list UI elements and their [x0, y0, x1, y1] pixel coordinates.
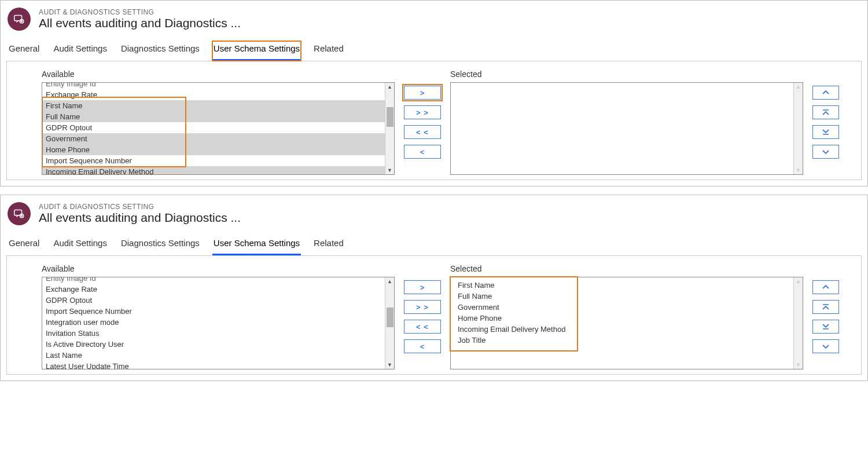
move-down-button[interactable]: [812, 339, 839, 353]
list-item[interactable]: Government: [454, 302, 799, 313]
move-left-button[interactable]: <: [404, 339, 441, 353]
header: AUDIT & DIAGNOSTICS SETTING All events a…: [1, 195, 867, 230]
chevron-up-icon: [822, 283, 830, 291]
move-top-button[interactable]: [812, 300, 839, 314]
chevron-up-bar-icon: [822, 303, 830, 311]
list-item[interactable]: Full Name: [454, 291, 799, 302]
scroll-down-icon[interactable]: ▼: [796, 167, 801, 173]
move-all-right-button[interactable]: > >: [404, 105, 441, 119]
move-all-left-button[interactable]: < <: [404, 320, 441, 334]
header: AUDIT & DIAGNOSTICS SETTING All events a…: [1, 1, 867, 35]
tab-audit-settings[interactable]: Audit Settings: [52, 41, 108, 61]
list-item[interactable]: Invitation Status: [42, 328, 394, 339]
list-item[interactable]: Exchange Rate: [42, 284, 394, 295]
dual-list-area: Available Entity Image Id Exchange Rate …: [6, 255, 862, 375]
list-item[interactable]: Exchange Rate: [42, 89, 394, 100]
list-item[interactable]: Full Name: [42, 111, 394, 122]
move-left-button[interactable]: <: [404, 145, 441, 159]
list-item[interactable]: Is Active Directory User: [42, 339, 394, 350]
list-item[interactable]: Home Phone: [454, 313, 799, 324]
list-item[interactable]: GDPR Optout: [42, 122, 394, 133]
move-top-button[interactable]: [812, 105, 839, 119]
list-item[interactable]: Government: [42, 133, 394, 144]
move-bottom-button[interactable]: [812, 320, 839, 334]
move-bottom-button[interactable]: [812, 125, 839, 139]
scroll-up-icon[interactable]: ▲: [796, 84, 801, 90]
list-item[interactable]: Last Name: [42, 350, 394, 361]
chevron-up-bar-icon: [822, 108, 830, 116]
scrollbar[interactable]: ▲ ▼: [793, 277, 803, 369]
tab-general[interactable]: General: [8, 41, 41, 61]
entity-icon: [8, 8, 31, 31]
scrollbar-thumb[interactable]: [387, 307, 393, 327]
tab-user-schema-settings[interactable]: User Schema Settings: [212, 236, 301, 255]
tabs: General Audit Settings Diagnostics Setti…: [1, 35, 867, 61]
dual-list-area: Available Entity Image Id Exchange Rate …: [6, 61, 862, 180]
chevron-down-bar-icon: [822, 128, 830, 136]
list-item[interactable]: Entity Image Id: [42, 277, 394, 284]
list-item[interactable]: Latest User Update Time: [42, 361, 394, 369]
move-up-button[interactable]: [812, 86, 839, 100]
scrollbar[interactable]: ▲ ▼: [385, 277, 394, 369]
panel-after: AUDIT & DIAGNOSTICS SETTING All events a…: [0, 195, 868, 381]
tab-related[interactable]: Related: [312, 236, 345, 255]
page-title: All events auditing and Diagnostics ...: [39, 211, 241, 225]
header-overline: AUDIT & DIAGNOSTICS SETTING: [39, 203, 241, 211]
list-item[interactable]: First Name: [454, 280, 799, 291]
list-item[interactable]: First Name: [42, 100, 394, 111]
list-item[interactable]: Incoming Email Delivery Method: [454, 324, 799, 335]
selected-listbox[interactable]: ▲ ▼: [450, 82, 803, 175]
scrollbar[interactable]: ▲ ▼: [793, 83, 803, 174]
move-down-button[interactable]: [812, 145, 839, 159]
list-item[interactable]: Import Sequence Number: [42, 306, 394, 317]
page-title: All events auditing and Diagnostics ...: [39, 16, 241, 30]
tab-user-schema-settings[interactable]: User Schema Settings: [212, 41, 301, 61]
scroll-down-icon[interactable]: ▼: [387, 362, 392, 368]
tab-general[interactable]: General: [8, 236, 41, 255]
list-item[interactable]: Entity Image Id: [42, 83, 394, 89]
move-up-button[interactable]: [812, 280, 839, 294]
list-item[interactable]: Home Phone: [42, 144, 394, 155]
move-all-left-button[interactable]: < <: [404, 125, 441, 139]
available-listbox[interactable]: Entity Image Id Exchange Rate First Name…: [42, 82, 395, 175]
header-overline: AUDIT & DIAGNOSTICS SETTING: [39, 8, 241, 16]
tab-diagnostics-settings[interactable]: Diagnostics Settings: [120, 41, 201, 61]
chevron-down-icon: [822, 342, 830, 350]
tab-audit-settings[interactable]: Audit Settings: [52, 236, 108, 255]
selected-label: Selected: [450, 264, 803, 273]
scroll-down-icon[interactable]: ▼: [796, 362, 801, 368]
scroll-up-icon[interactable]: ▲: [387, 279, 392, 284]
scroll-down-icon[interactable]: ▼: [387, 167, 392, 173]
list-item[interactable]: GDPR Optout: [42, 295, 394, 306]
move-right-button[interactable]: >: [404, 86, 441, 100]
chevron-up-icon: [822, 89, 830, 97]
scrollbar[interactable]: ▲ ▼: [385, 83, 394, 174]
scroll-up-icon[interactable]: ▲: [796, 279, 801, 284]
selected-label: Selected: [450, 69, 803, 79]
tab-diagnostics-settings[interactable]: Diagnostics Settings: [120, 236, 201, 255]
scrollbar-thumb[interactable]: [387, 107, 393, 127]
tab-related[interactable]: Related: [312, 41, 345, 61]
list-item[interactable]: Incoming Email Delivery Method: [42, 166, 394, 174]
chevron-down-bar-icon: [822, 323, 830, 331]
chevron-down-icon: [822, 148, 830, 156]
list-item[interactable]: Import Sequence Number: [42, 155, 394, 166]
entity-icon: [8, 202, 31, 225]
move-all-right-button[interactable]: > >: [404, 300, 441, 314]
available-label: Available: [42, 264, 395, 273]
tabs: General Audit Settings Diagnostics Setti…: [1, 230, 867, 255]
panel-before: AUDIT & DIAGNOSTICS SETTING All events a…: [0, 0, 868, 186]
scroll-up-icon[interactable]: ▲: [387, 84, 392, 90]
available-listbox[interactable]: Entity Image Id Exchange Rate GDPR Optou…: [42, 277, 395, 369]
available-label: Available: [42, 69, 395, 79]
move-right-button[interactable]: >: [404, 280, 441, 294]
list-item[interactable]: Integration user mode: [42, 317, 394, 328]
selected-listbox[interactable]: First Name Full Name Government Home Pho…: [450, 277, 803, 369]
list-item[interactable]: Job Title: [454, 335, 799, 346]
